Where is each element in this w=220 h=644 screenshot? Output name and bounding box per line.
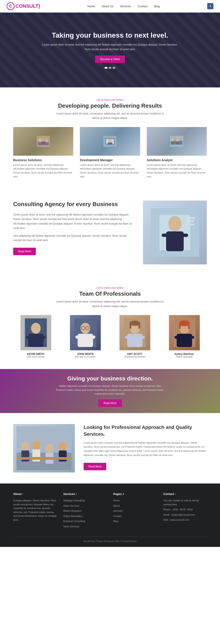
consulting-image (143, 200, 207, 264)
card-3-title: Solutions Analyst (147, 158, 207, 162)
team-desc: Lorem ipsum dolor sit amet, consectetur … (55, 300, 165, 308)
footer-pages-item-3[interactable]: Services (113, 509, 157, 513)
team-member-1: KEVIN SMITH CEO and Founder (13, 315, 58, 358)
svg-point-63 (32, 440, 40, 449)
team-title-2: Dair and Co-Founder (63, 356, 108, 358)
service-cards: Business Solutions Lorem ipsum dolor sit… (13, 127, 207, 178)
footer-services-item-6[interactable]: Sales Services (63, 525, 107, 529)
footer-bottom: WordPress Theme Designed With TemplatToa… (13, 536, 207, 542)
svg-rect-19 (176, 141, 179, 145)
svg-rect-26 (179, 234, 188, 237)
facebook-button[interactable]: f (207, 3, 214, 9)
footer-services-item-4[interactable]: Online Reputation (63, 514, 107, 518)
hero-section: Taking your business to next level. Lore… (0, 12, 220, 88)
banner-desc: Nullam dignissim convallis est Quisque a… (55, 384, 165, 396)
team-name-1: KEVIN SMITH (13, 352, 58, 356)
card-1-title: Business Solutions (13, 158, 73, 162)
footer-about-text: Quisque aliquam. Donec faucibus. Nunc ia… (13, 499, 57, 522)
footer-pages-item-1[interactable]: Home (113, 499, 157, 503)
svg-rect-27 (186, 217, 195, 219)
svg-rect-20 (179, 141, 182, 145)
footer-grid: About : Quisque aliquam. Donec faucibus.… (13, 492, 207, 530)
svg-point-53 (179, 320, 190, 326)
developing-desc: Lorem ipsum dolor sit amet, consectetur … (55, 112, 165, 120)
svg-rect-38 (75, 336, 80, 338)
footer-services-item-1[interactable]: Strategic Consulting (63, 499, 107, 503)
svg-point-16 (179, 138, 182, 141)
footer-pages-heading: Pages > (113, 492, 157, 496)
nav-contact[interactable]: Contact (138, 4, 148, 8)
footer-services: Services : Strategic Consulting Sales Se… (63, 492, 107, 530)
team-title-3: Chartered Accountant (112, 356, 157, 358)
svg-rect-57 (175, 336, 179, 338)
logo[interactable]: C CONSULT ) (6, 2, 40, 10)
professional-text: Looking for Professional Approach and Qu… (84, 424, 207, 470)
nav-blog[interactable]: Blog (154, 4, 160, 8)
consulting-read-more-button[interactable]: Read More (13, 248, 36, 255)
svg-rect-28 (186, 220, 194, 222)
footer-about-heading: About : (13, 492, 57, 496)
svg-rect-68 (59, 450, 67, 462)
team-photo-2 (70, 315, 101, 350)
svg-rect-55 (188, 322, 190, 329)
svg-rect-17 (171, 141, 174, 145)
team-title-4: Flower Specialist (162, 356, 207, 358)
team-name-4: Kenny Martinez (162, 352, 207, 356)
professional-image (13, 424, 75, 472)
hero-dot-1[interactable] (105, 67, 107, 69)
developing-title: Developing people. Delivering Results (13, 102, 207, 109)
svg-rect-25 (162, 234, 171, 237)
svg-point-13 (171, 138, 174, 141)
svg-rect-39 (90, 336, 95, 338)
card-business-solutions: Business Solutions Lorem ipsum dolor sit… (13, 127, 73, 178)
team-member-2: JOHN WHITE Dair and Co-Founder (63, 315, 108, 358)
nav-services[interactable]: Services (120, 4, 131, 8)
banner-read-more-button[interactable]: Read More (98, 400, 122, 407)
footer-services-item-3[interactable]: Market Research (63, 509, 107, 513)
professional-read-more-button[interactable]: Read More (84, 463, 106, 470)
svg-point-36 (80, 323, 90, 334)
svg-point-65 (45, 444, 53, 453)
hero-dot-3[interactable] (113, 67, 115, 69)
consulting-section: Consulting Agency for every Business Lor… (0, 190, 220, 276)
svg-point-23 (168, 216, 182, 232)
site-header: C CONSULT ) Home About Us Services Conta… (0, 0, 220, 12)
team-member-4: Kenny Martinez Flower Specialist (162, 315, 207, 358)
svg-rect-11 (108, 142, 112, 145)
svg-rect-6 (45, 142, 49, 145)
svg-rect-18 (174, 141, 176, 145)
footer-contact-email: Email : support@consult.com (164, 513, 207, 517)
svg-point-2 (42, 138, 45, 142)
card-development-manager: Development Manager Lorem ipsum dolor si… (80, 127, 140, 178)
footer-contact-web: Web : www.consult.com (164, 518, 207, 522)
svg-point-15 (176, 138, 179, 141)
consulting-para1: Lorem ipsum dolor sit amet, test link ad… (13, 212, 132, 230)
become-client-button[interactable]: Become a Client (95, 56, 125, 63)
card-3-desc: Lorem ipsum dolor sit amet, test link ad… (147, 163, 207, 178)
consulting-text: Consulting Agency for every Business Lor… (13, 200, 132, 255)
card-image-3 (147, 127, 207, 156)
footer-pages-item-5[interactable]: Blog (113, 520, 157, 523)
svg-point-1 (38, 138, 42, 142)
svg-point-14 (174, 138, 176, 141)
logo-symbol: ) (38, 3, 40, 9)
nav-home[interactable]: Home (88, 4, 95, 8)
hero-content: Taking your business to next level. Lore… (42, 31, 178, 69)
footer-pages-item-4[interactable]: Contact (113, 514, 157, 518)
nav-about[interactable]: About Us (102, 4, 113, 8)
card-2-desc: Lorem ipsum dolor sit amet, test link ad… (80, 163, 140, 178)
consulting-para2: sem adipiscing elit.Nullam dignissim con… (13, 234, 132, 243)
card-1-desc: Lorem ipsum dolor sit amet, test link ad… (13, 163, 73, 178)
footer-pages-item-2[interactable]: About (113, 504, 157, 508)
svg-point-10 (108, 139, 112, 142)
svg-point-3 (45, 139, 48, 142)
footer-services-item-2[interactable]: Sales Services (63, 504, 107, 508)
banner-title: Giving your business direction. (55, 375, 165, 382)
developing-tag: Let us revive your dream (13, 98, 207, 101)
team-photo-4 (169, 315, 200, 350)
consulting-title: Consulting Agency for every Business (13, 200, 132, 208)
svg-rect-37 (78, 334, 93, 347)
svg-rect-32 (28, 334, 43, 347)
hero-dot-2[interactable] (109, 67, 111, 69)
footer-services-item-5[interactable]: Business Consulting (63, 520, 107, 523)
